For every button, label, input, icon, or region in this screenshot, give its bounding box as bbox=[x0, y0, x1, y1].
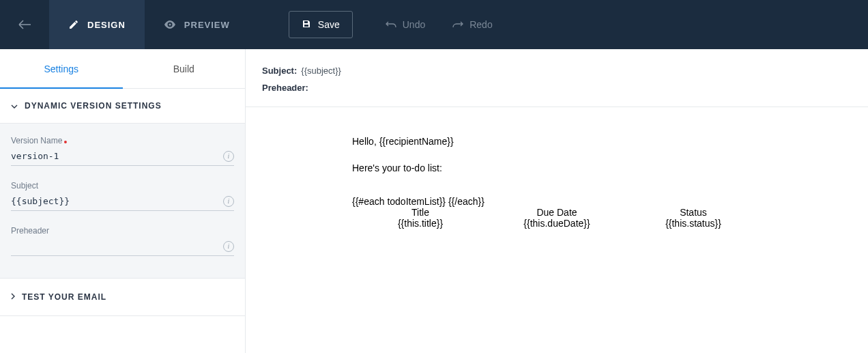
field-preheader: Preheader i bbox=[11, 226, 234, 256]
subject-label: Subject bbox=[11, 181, 234, 190]
info-icon[interactable]: i bbox=[223, 196, 234, 207]
save-label: Save bbox=[318, 19, 340, 30]
undo-label: Undo bbox=[403, 19, 425, 30]
panel-title: Dynamic Version Settings bbox=[25, 101, 162, 111]
undo-redo-group: Undo Redo bbox=[386, 19, 493, 30]
td-status: {{this.status}} bbox=[625, 218, 762, 229]
sidebar-tab-settings[interactable]: Settings bbox=[0, 49, 123, 88]
panel-dynamic-version[interactable]: Dynamic Version Settings bbox=[0, 89, 245, 123]
redo-label: Redo bbox=[469, 19, 492, 30]
field-subject: Subject i bbox=[11, 181, 234, 211]
required-indicator: • bbox=[63, 137, 67, 147]
email-greeting: Hello, {{recipientName}} bbox=[352, 135, 762, 149]
email-table: {{#each todoItemList}} {{/each}} Title D… bbox=[352, 196, 762, 229]
version-name-label: Version Name• bbox=[11, 136, 234, 145]
info-icon[interactable]: i bbox=[223, 151, 234, 162]
field-version-name: Version Name• i bbox=[11, 136, 234, 166]
test-email-label: Test Your Email bbox=[22, 292, 106, 302]
sidebar: Settings Build Dynamic Version Settings … bbox=[0, 49, 246, 353]
email-meta: Subject: {{subject}} Preheader: bbox=[246, 49, 868, 107]
td-due: {{this.dueDate}} bbox=[489, 218, 625, 229]
undo-button[interactable]: Undo bbox=[386, 19, 425, 30]
body: Settings Build Dynamic Version Settings … bbox=[0, 49, 868, 353]
svg-point-0 bbox=[169, 23, 171, 25]
panel-body: Version Name• i Subject i Preheader i bbox=[0, 123, 245, 279]
each-loop: {{#each todoItemList}} {{/each}} bbox=[352, 196, 762, 207]
sidebar-tab-build[interactable]: Build bbox=[123, 49, 246, 88]
email-body: Hello, {{recipientName}} Here's your to-… bbox=[352, 135, 762, 229]
save-icon bbox=[302, 19, 311, 31]
pencil-icon bbox=[68, 19, 79, 30]
tab-preview[interactable]: Preview bbox=[145, 0, 249, 49]
th-title: Title bbox=[352, 207, 489, 218]
subject-meta-label: Subject: bbox=[262, 66, 297, 76]
subject-meta-value: {{subject}} bbox=[301, 66, 341, 76]
content-area: Subject: {{subject}} Preheader: Hello, {… bbox=[246, 49, 868, 353]
chevron-down-icon bbox=[11, 101, 18, 111]
panel-test-email[interactable]: Test Your Email bbox=[0, 279, 245, 316]
th-due: Due Date bbox=[489, 207, 625, 218]
subject-input[interactable] bbox=[11, 195, 223, 208]
topbar: Design Preview Save Undo Redo bbox=[0, 0, 868, 49]
redo-icon bbox=[452, 19, 463, 30]
preheader-input[interactable] bbox=[11, 240, 223, 253]
td-title: {{this.title}} bbox=[352, 218, 489, 229]
preheader-meta-label: Preheader: bbox=[262, 83, 308, 93]
chevron-right-icon bbox=[11, 292, 15, 302]
sidebar-tabs: Settings Build bbox=[0, 49, 245, 89]
save-button[interactable]: Save bbox=[289, 11, 353, 38]
tab-design[interactable]: Design bbox=[49, 0, 145, 49]
email-intro: Here's your to-do list: bbox=[352, 161, 762, 175]
tab-preview-label: Preview bbox=[184, 20, 230, 30]
undo-icon bbox=[386, 19, 396, 30]
redo-button[interactable]: Redo bbox=[452, 19, 492, 30]
th-status: Status bbox=[625, 207, 762, 218]
eye-icon bbox=[164, 20, 176, 29]
arrow-left-icon bbox=[18, 20, 31, 29]
info-icon[interactable]: i bbox=[223, 241, 234, 252]
preheader-label: Preheader bbox=[11, 226, 234, 236]
email-canvas[interactable]: Hello, {{recipientName}} Here's your to-… bbox=[246, 107, 868, 256]
table-row: {{this.title}} {{this.dueDate}} {{this.s… bbox=[352, 218, 762, 229]
table-header-row: Title Due Date Status bbox=[352, 207, 762, 218]
version-name-input[interactable] bbox=[11, 150, 223, 163]
back-button[interactable] bbox=[0, 0, 49, 49]
tab-design-label: Design bbox=[87, 20, 126, 30]
